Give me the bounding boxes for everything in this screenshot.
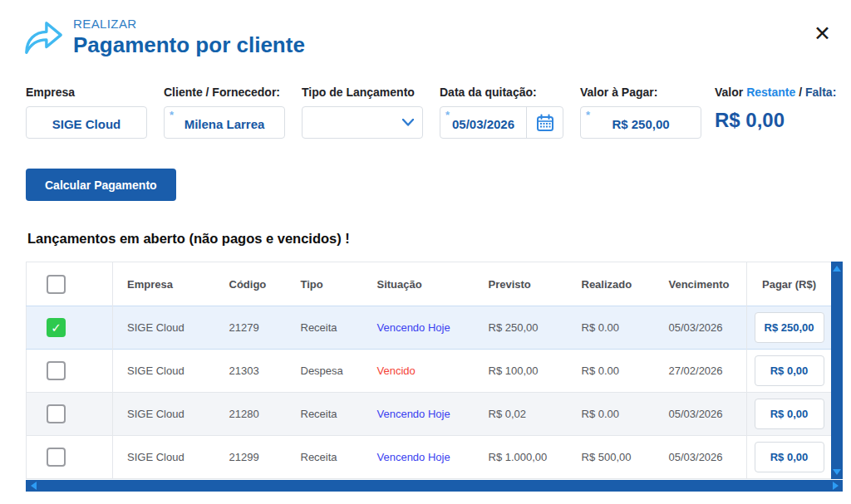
chevron-down-icon (402, 119, 414, 126)
open-entries-heading: Lançamentos em aberto (não pagos e venci… (27, 231, 350, 247)
data-quitacao-input[interactable]: * 05/03/2026 (440, 106, 563, 139)
cell-realizado: R$ 0.00 (568, 350, 655, 393)
cell-previsto: R$ 1.000,00 (475, 436, 568, 479)
col-empresa: Empresa (113, 262, 215, 306)
field-tipo-lancamento: Tipo de Lançamento (302, 86, 423, 139)
required-marker: * (586, 109, 590, 121)
cell-empresa: SIGE Cloud (113, 350, 215, 393)
scroll-up-icon[interactable] (833, 266, 841, 272)
header-titles: REALIZAR Pagamento por cliente (73, 13, 305, 58)
cell-tipo: Receita (287, 306, 363, 350)
cell-codigo: 21299 (215, 436, 287, 479)
col-previsto: Previsto (475, 262, 568, 306)
cell-tipo: Receita (287, 436, 363, 479)
vertical-scrollbar[interactable] (831, 262, 843, 479)
valor-restante-value: R$ 0,00 (715, 109, 836, 132)
cell-situacao[interactable]: Vencendo Hoje (363, 436, 475, 479)
calendar-icon (536, 114, 554, 132)
cell-codigo: 21279 (215, 306, 287, 350)
cell-previsto: R$ 100,00 (475, 350, 568, 393)
cell-situacao[interactable]: Vencendo Hoje (363, 393, 475, 436)
cell-vencimento: 05/03/2026 (655, 306, 747, 350)
payment-modal: REALIZAR Pagamento por cliente ✕ Empresa… (0, 0, 851, 504)
table-row: SIGE Cloud 21299 Receita Vencendo Hoje R… (27, 436, 832, 479)
restante-link[interactable]: Restante (746, 86, 795, 99)
valor-pagar-label: Valor à Pagar: (580, 86, 701, 99)
empresa-value: SIGE Cloud (52, 114, 121, 131)
row-checkbox[interactable] (47, 448, 66, 467)
valor-pagar-value: R$ 250,00 (612, 114, 669, 131)
horizontal-scrollbar[interactable] (26, 480, 843, 492)
cell-tipo: Despesa (287, 350, 363, 393)
col-realizado: Realizado (568, 262, 655, 306)
row-checkbox[interactable] (47, 361, 66, 380)
cell-situacao[interactable]: Vencido (363, 350, 475, 393)
field-data-quitacao: Data da quitação: * 05/03/2026 (440, 86, 563, 139)
cell-empresa: SIGE Cloud (113, 436, 215, 479)
field-valor-restante: Valor Restante / Falta: R$ 0,00 (715, 86, 836, 139)
page-title: Pagamento por cliente (73, 32, 305, 58)
header-kicker: REALIZAR (73, 17, 305, 31)
col-vencimento: Vencimento (655, 262, 747, 306)
cell-realizado: R$ 0.00 (568, 306, 655, 350)
scroll-right-icon[interactable] (833, 482, 839, 490)
scroll-left-icon[interactable] (31, 482, 37, 490)
cell-empresa: SIGE Cloud (113, 393, 215, 436)
table-header-row: Empresa Código Tipo Situação Previsto Re… (27, 262, 832, 306)
select-all-checkbox[interactable] (47, 275, 66, 294)
valor-pagar-input[interactable]: * R$ 250,00 (580, 106, 701, 139)
cell-tipo: Receita (287, 393, 363, 436)
pagar-amount-input[interactable]: R$ 0,00 (755, 442, 824, 472)
field-cliente: Cliente / Fornecedor: * Milena Larrea (164, 86, 285, 139)
tipo-lancamento-label: Tipo de Lançamento (302, 86, 423, 99)
tipo-lancamento-select[interactable] (302, 106, 423, 139)
table-row: SIGE Cloud 21279 Receita Vencendo Hoje R… (27, 306, 832, 350)
calculate-payment-button[interactable]: Calcular Pagamento (26, 169, 176, 201)
data-quitacao-value: 05/03/2026 (440, 114, 526, 131)
valor-restante-label: Valor Restante / Falta: (715, 86, 836, 99)
field-empresa: Empresa SIGE Cloud (26, 86, 147, 139)
cell-empresa: SIGE Cloud (113, 306, 215, 350)
table-row: SIGE Cloud 21303 Despesa Vencido R$ 100,… (27, 350, 832, 393)
close-icon[interactable]: ✕ (814, 23, 831, 44)
cell-realizado: R$ 500,00 (568, 436, 655, 479)
cell-previsto: R$ 250,00 (475, 306, 568, 350)
col-situacao: Situação (363, 262, 475, 306)
col-pagar: Pagar (R$) (747, 262, 832, 306)
empresa-input[interactable]: SIGE Cloud (26, 106, 147, 139)
table-row: SIGE Cloud 21280 Receita Vencendo Hoje R… (27, 393, 832, 436)
restante-label-falta: Falta: (805, 86, 836, 99)
col-codigo: Código (215, 262, 287, 306)
cell-situacao[interactable]: Vencendo Hoje (363, 306, 475, 350)
cell-previsto: R$ 0,02 (475, 393, 568, 436)
row-checkbox[interactable] (47, 404, 66, 423)
data-quitacao-label: Data da quitação: (440, 86, 563, 99)
pagar-amount-input[interactable]: R$ 0,00 (755, 355, 824, 386)
cell-vencimento: 27/02/2026 (655, 350, 747, 393)
entries-table: Empresa Código Tipo Situação Previsto Re… (26, 262, 832, 479)
required-marker: * (445, 109, 450, 121)
cliente-label: Cliente / Fornecedor: (164, 86, 285, 99)
pagar-amount-input[interactable]: R$ 250,00 (755, 312, 824, 343)
field-valor-pagar: Valor à Pagar: * R$ 250,00 (580, 86, 701, 139)
cell-realizado: R$ 0.00 (568, 393, 655, 436)
cell-codigo: 21280 (215, 393, 287, 436)
cell-vencimento: 05/03/2026 (655, 436, 747, 479)
cliente-value: Milena Larrea (184, 114, 265, 131)
payment-form: Empresa SIGE Cloud Cliente / Fornecedor:… (26, 86, 836, 139)
calendar-button[interactable] (526, 107, 563, 138)
entries-table-region: Empresa Código Tipo Situação Previsto Re… (26, 262, 843, 492)
forward-arrow-icon (23, 18, 65, 58)
restante-label-prefix: Valor (715, 86, 746, 99)
cell-vencimento: 05/03/2026 (655, 393, 747, 436)
row-checkbox[interactable] (47, 318, 66, 337)
col-tipo: Tipo (287, 262, 363, 306)
cliente-input[interactable]: * Milena Larrea (164, 106, 285, 139)
empresa-label: Empresa (26, 86, 147, 99)
scroll-down-icon[interactable] (833, 469, 841, 475)
modal-header: REALIZAR Pagamento por cliente (23, 13, 305, 58)
required-marker: * (170, 109, 174, 121)
cell-codigo: 21303 (215, 350, 287, 393)
restante-label-sep: / (795, 86, 805, 99)
pagar-amount-input[interactable]: R$ 0,00 (755, 399, 824, 429)
